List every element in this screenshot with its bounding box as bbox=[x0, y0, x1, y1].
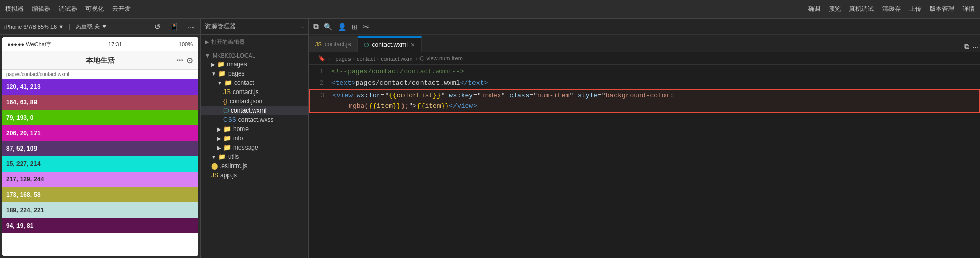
nav-menu-icon[interactable]: ··· bbox=[177, 56, 183, 65]
home-folder-label: home bbox=[233, 125, 249, 133]
folder-icon: 📁 bbox=[223, 125, 231, 133]
line-num-2: 2 bbox=[309, 78, 329, 89]
file-label: contact.wxml bbox=[231, 107, 266, 114]
folder-utils[interactable]: ▼ 📁 utils bbox=[201, 152, 308, 161]
color-item: 173, 168, 58 bbox=[2, 187, 198, 202]
nav-icons: ··· ⊙ bbox=[177, 56, 193, 65]
file-eslintrc[interactable]: ⬤ .eslintrc.js bbox=[201, 161, 308, 171]
file-label: contact.wxss bbox=[238, 116, 274, 123]
utils-chevron-icon: ▼ bbox=[211, 154, 216, 160]
split-editor-icon[interactable]: ⧉ bbox=[312, 21, 320, 32]
signal-text: ●●●●● WeChat字 bbox=[7, 41, 52, 48]
line-num-1: 1 bbox=[309, 67, 329, 78]
breadcrumb-element[interactable]: ⬡ view.num-item bbox=[419, 55, 462, 62]
home-chevron-icon: ▶ bbox=[217, 126, 221, 132]
filetree-more[interactable]: ··· bbox=[299, 23, 304, 30]
breadcrumb-file[interactable]: contact.wxml bbox=[381, 56, 414, 62]
breadcrumb-back-icon[interactable]: ← bbox=[327, 56, 333, 62]
more-icon[interactable]: ··· bbox=[186, 22, 196, 32]
tab-contact-wxml[interactable]: ⬡ contact.wxml × bbox=[358, 36, 422, 52]
tab-close-icon[interactable]: × bbox=[411, 41, 415, 49]
contact-chevron-icon: ▼ bbox=[217, 80, 222, 86]
user-icon[interactable]: 👤 bbox=[336, 22, 348, 32]
folder-icon: 📁 bbox=[223, 135, 231, 142]
file-app-js[interactable]: JS app.js bbox=[201, 171, 308, 180]
tab-contact-js[interactable]: JS contact.js bbox=[309, 36, 358, 52]
app-js-file-icon: JS bbox=[211, 172, 218, 179]
phone-path: pages/contact/contact.wxml bbox=[2, 70, 198, 79]
folder-chevron-icon: ▶ bbox=[211, 62, 215, 67]
toolbar-visualizer[interactable]: 可视化 bbox=[85, 5, 104, 13]
tab-js-icon: JS bbox=[315, 41, 322, 47]
toolbar-device-debug[interactable]: 真机调试 bbox=[849, 5, 874, 13]
toolbar-simulator[interactable]: 模拟器 bbox=[5, 5, 24, 13]
code-line-3: 3 <view wx:for="{{colorList}}" wx:key="i… bbox=[309, 89, 980, 113]
toolbar-confirm-debug[interactable]: 确调 bbox=[808, 5, 820, 13]
message-chevron-icon: ▶ bbox=[217, 145, 221, 151]
battery-text: 100% bbox=[179, 41, 193, 47]
filetree-panel: 资源管理器 ··· ▶ 打开的编辑器 ▼ MKBK02-LOCAL ▶ 📁 bbox=[201, 19, 309, 258]
color-item: 120, 41, 213 bbox=[2, 79, 198, 95]
search-icon[interactable]: 🔍 bbox=[322, 22, 334, 32]
project-label[interactable]: ▼ MKBK02-LOCAL bbox=[201, 51, 308, 60]
color-item: 15, 227, 214 bbox=[2, 156, 198, 172]
toolbar-details[interactable]: 详情 bbox=[962, 5, 975, 13]
hotreload-toggle[interactable]: 热重载 关 ▼ bbox=[76, 23, 107, 30]
open-editors-label[interactable]: ▶ 打开的编辑器 bbox=[201, 37, 308, 47]
folder-images[interactable]: ▶ 📁 images bbox=[201, 60, 308, 69]
simulator-panel: iPhone 6/7/8 85% 16 ▼ | 热重载 关 ▼ ↺ 📱 ··· … bbox=[0, 19, 201, 258]
phone-icon[interactable]: 📱 bbox=[168, 22, 181, 32]
device-selector[interactable]: iPhone 6/7/8 85% 16 ▼ bbox=[4, 24, 64, 30]
folder-label: images bbox=[227, 61, 247, 68]
eslint-file-icon: ⬤ bbox=[211, 162, 218, 170]
nav-search-icon[interactable]: ⊙ bbox=[186, 56, 193, 65]
project-name: MKBK02-LOCAL bbox=[213, 52, 255, 59]
scissors-icon[interactable]: ✂ bbox=[361, 22, 371, 32]
folder-message[interactable]: ▶ 📁 message bbox=[201, 143, 308, 152]
tab-wxml-icon: ⬡ bbox=[364, 42, 369, 48]
line-content-2: <text>pages/contact/contact.wxml</text> bbox=[329, 78, 980, 89]
refresh-icon[interactable]: ↺ bbox=[152, 22, 163, 32]
phone-navbar: 本地生活 ··· ⊙ bbox=[2, 51, 198, 70]
editor-top-icons: ⧉ 🔍 👤 ⊞ ✂ bbox=[309, 19, 980, 35]
tab-js-label: contact.js bbox=[325, 41, 351, 48]
folder-home[interactable]: ▶ 📁 home bbox=[201, 124, 308, 134]
info-folder-label: info bbox=[233, 135, 243, 142]
folder-contact[interactable]: ▼ 📁 contact bbox=[201, 78, 308, 87]
color-item: 217, 129, 244 bbox=[2, 172, 198, 187]
breadcrumb-contact[interactable]: contact bbox=[357, 56, 375, 62]
toolbar-editor[interactable]: 编辑器 bbox=[32, 5, 50, 13]
folder-pages[interactable]: ▼ 📁 pages bbox=[201, 69, 308, 78]
breadcrumb-pages[interactable]: pages bbox=[335, 56, 351, 62]
file-label: .eslintrc.js bbox=[220, 162, 247, 170]
line-content-3: <view wx:for="{{colorList}}" wx:key="ind… bbox=[330, 90, 979, 112]
toolbar-left: 模拟器 编辑器 调试器 可视化 云开发 bbox=[5, 5, 131, 13]
sep1: | bbox=[69, 23, 71, 30]
line-num-3: 3 bbox=[310, 90, 330, 112]
color-item: 94, 19, 81 bbox=[2, 218, 198, 233]
toolbar-version[interactable]: 版本管理 bbox=[930, 5, 954, 13]
contact-folder-label: contact bbox=[234, 79, 254, 86]
project-section: ▼ MKBK02-LOCAL ▶ 📁 images ▼ 📁 pages ▼ bbox=[201, 49, 308, 182]
toolbar-preview[interactable]: 预览 bbox=[829, 5, 841, 13]
file-contact-js[interactable]: JS contact.js bbox=[201, 87, 308, 97]
grid-icon[interactable]: ⊞ bbox=[350, 22, 359, 32]
editor-more-icon[interactable]: ··· bbox=[971, 42, 980, 52]
clock: 17:31 bbox=[108, 41, 122, 47]
file-contact-wxml[interactable]: ⬡ contact.wxml bbox=[201, 106, 308, 115]
file-contact-json[interactable]: {} contact.json bbox=[201, 97, 308, 106]
toolbar-upload[interactable]: 上传 bbox=[909, 5, 921, 13]
folder-label: pages bbox=[228, 70, 245, 77]
main-container: iPhone 6/7/8 85% 16 ▼ | 热重载 关 ▼ ↺ 📱 ··· … bbox=[0, 19, 980, 258]
toolbar-cloud[interactable]: 云开发 bbox=[112, 5, 131, 13]
breadcrumb-bookmark-icon: 🔖 bbox=[318, 55, 325, 62]
file-contact-wxss[interactable]: CSS contact.wxss bbox=[201, 115, 308, 124]
editor-split-icon[interactable]: ⧉ bbox=[962, 41, 971, 52]
folder-info[interactable]: ▶ 📁 info bbox=[201, 134, 308, 143]
file-label: contact.js bbox=[233, 88, 259, 96]
editor-content[interactable]: 1 <!--pages/contact/contact.wxml--> 2 <t… bbox=[309, 65, 980, 258]
toolbar-debugger[interactable]: 调试器 bbox=[59, 5, 77, 13]
toolbar-right: 确调 预览 真机调试 清缓存 上传 版本管理 详情 bbox=[808, 5, 975, 13]
filetree-header: 资源管理器 ··· bbox=[201, 19, 308, 35]
toolbar-clear-cache[interactable]: 清缓存 bbox=[882, 5, 901, 13]
